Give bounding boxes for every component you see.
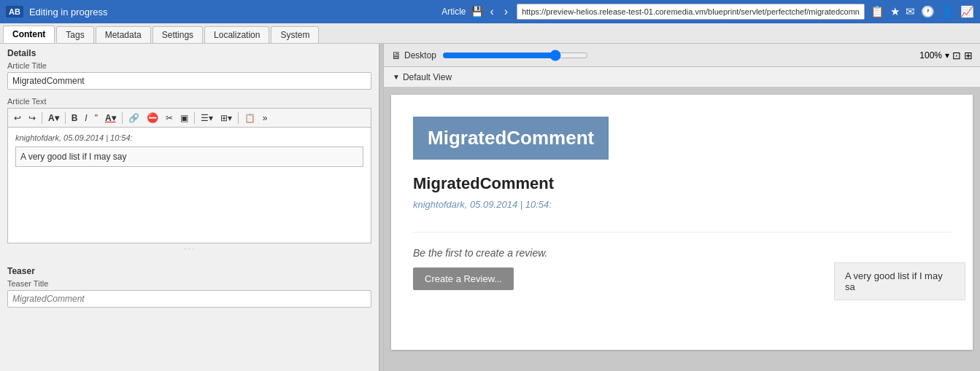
chart-icon[interactable]: 📈 <box>960 5 974 18</box>
italic-button[interactable]: I <box>82 112 90 125</box>
editor-toolbar: ↩ ↪ A▾ B I " A▾ 🔗 ⛔ ✂ ▣ ☰▾ ⊞▾ 📋 » <box>7 108 371 127</box>
mail-icon[interactable]: ✉ <box>906 5 915 18</box>
main-layout: Details Article Title Article Text ↩ ↪ A… <box>0 44 980 371</box>
details-section-header: Details <box>0 44 379 61</box>
nav-forward-button[interactable]: › <box>501 4 511 20</box>
tab-content[interactable]: Content <box>3 26 55 43</box>
article-title-field: Article Title <box>0 61 379 90</box>
article-text-field: Article Text ↩ ↪ A▾ B I " A▾ 🔗 ⛔ ✂ ▣ ☰▾ … <box>0 97 379 254</box>
url-bar[interactable]: https://preview-helios.release-test-01.c… <box>517 4 865 20</box>
fit-icon[interactable]: ⊡ <box>952 50 961 61</box>
right-panel: 🖥 Desktop 100% ▾ ⊡ ⊞ ▼ Default View Migr… <box>384 44 980 371</box>
article-title-label: Article Title <box>7 61 371 70</box>
toolbar-sep-5 <box>238 112 239 124</box>
top-icons: 📋 ★ ✉ 🕐 👤 📈 <box>871 5 974 18</box>
app-logo: AB <box>6 6 23 17</box>
user-icon[interactable]: 👤 <box>941 5 954 18</box>
preview-view-label: ▼ Default View <box>384 67 980 87</box>
image-button[interactable]: ▣ <box>177 112 191 125</box>
device-label: Desktop <box>404 50 436 60</box>
preview-card: MigratedComment MigratedComment knightof… <box>391 95 973 350</box>
undo-button[interactable]: ↩ <box>11 112 24 125</box>
preview-toolbar: 🖥 Desktop 100% ▾ ⊡ ⊞ <box>384 44 980 67</box>
editing-status: Editing in progress <box>29 7 108 17</box>
top-bar: AB Editing in progress Article 💾 ‹ › htt… <box>0 0 980 23</box>
color-button[interactable]: A▾ <box>102 112 119 125</box>
comment-author: knightofdark, 05.09.2014 | 10:54: <box>11 130 368 144</box>
quote-button[interactable]: " <box>92 112 101 125</box>
grid-icon[interactable]: ⊞ <box>964 50 973 61</box>
view-name: Default View <box>403 72 452 82</box>
link-button[interactable]: 🔗 <box>126 112 142 125</box>
tabs-bar: Content Tags Metadata Settings Localizat… <box>0 23 980 44</box>
scissors-button[interactable]: ✂ <box>163 112 176 125</box>
nav-back-button[interactable]: ‹ <box>487 4 497 20</box>
toolbar-sep-1 <box>42 112 42 124</box>
paste-button[interactable]: 📋 <box>242 112 258 125</box>
preview-comment-bubble: A very good list if I may sa <box>834 262 965 300</box>
preview-review-text: Be the first to create a review. <box>413 247 951 259</box>
align-button[interactable]: ☰▾ <box>198 112 216 125</box>
zoom-value: 100% <box>919 50 942 60</box>
zoom-dropdown-icon[interactable]: ▾ <box>945 50 949 60</box>
collapse-icon[interactable]: ▼ <box>393 73 400 81</box>
comment-text[interactable]: A very good list if I may say <box>15 147 363 167</box>
tab-system[interactable]: System <box>271 26 319 43</box>
article-title-input[interactable] <box>7 72 371 90</box>
tab-settings[interactable]: Settings <box>153 26 203 43</box>
url-text: https://preview-helios.release-test-01.c… <box>522 7 860 16</box>
clock-icon[interactable]: 🕐 <box>921 5 935 18</box>
star-icon[interactable]: ★ <box>890 5 900 18</box>
teaser-title-label: Teaser Title <box>7 279 371 288</box>
zoom-area: 100% ▾ ⊡ ⊞ <box>919 50 973 61</box>
teaser-title-input[interactable] <box>7 290 371 308</box>
toolbar-sep-3 <box>122 112 123 124</box>
font-button[interactable]: A▾ <box>45 112 62 125</box>
left-panel: Details Article Title Article Text ↩ ↪ A… <box>0 44 379 371</box>
toolbar-sep-4 <box>194 112 195 124</box>
teaser-title-field: Teaser Title <box>0 279 379 308</box>
redo-button[interactable]: ↪ <box>26 112 39 125</box>
preview-article-title: MigratedComment <box>413 174 951 193</box>
resize-handle[interactable]: · · · <box>7 243 371 254</box>
clipboard-icon[interactable]: 📋 <box>871 5 884 18</box>
tab-metadata[interactable]: Metadata <box>96 26 151 43</box>
tab-tags[interactable]: Tags <box>56 26 93 43</box>
desktop-icon: 🖥 <box>391 50 401 61</box>
preview-content-area: MigratedComment MigratedComment knightof… <box>384 87 980 371</box>
unlink-button[interactable]: ⛔ <box>144 111 161 125</box>
toolbar-sep-2 <box>65 112 66 124</box>
preview-width-slider[interactable] <box>442 50 588 60</box>
preview-title-banner: MigratedComment <box>413 117 609 160</box>
article-text-label: Article Text <box>7 97 371 106</box>
bold-button[interactable]: B <box>69 112 81 125</box>
article-nav: Article 💾 ‹ › <box>441 4 511 20</box>
device-selector[interactable]: 🖥 Desktop <box>391 50 436 61</box>
tab-localization[interactable]: Localization <box>204 26 269 43</box>
preview-author: knightofdark, 05.09.2014 | 10:54: <box>413 199 951 210</box>
create-review-button[interactable]: Create a Review... <box>413 267 514 290</box>
article-label: Article <box>441 7 466 17</box>
rich-editor[interactable]: knightofdark, 05.09.2014 | 10:54: A very… <box>7 127 371 243</box>
more-button[interactable]: » <box>260 112 271 125</box>
teaser-section-header: Teaser <box>0 262 379 279</box>
table-button[interactable]: ⊞▾ <box>217 112 235 125</box>
save-icon[interactable]: 💾 <box>471 6 483 17</box>
